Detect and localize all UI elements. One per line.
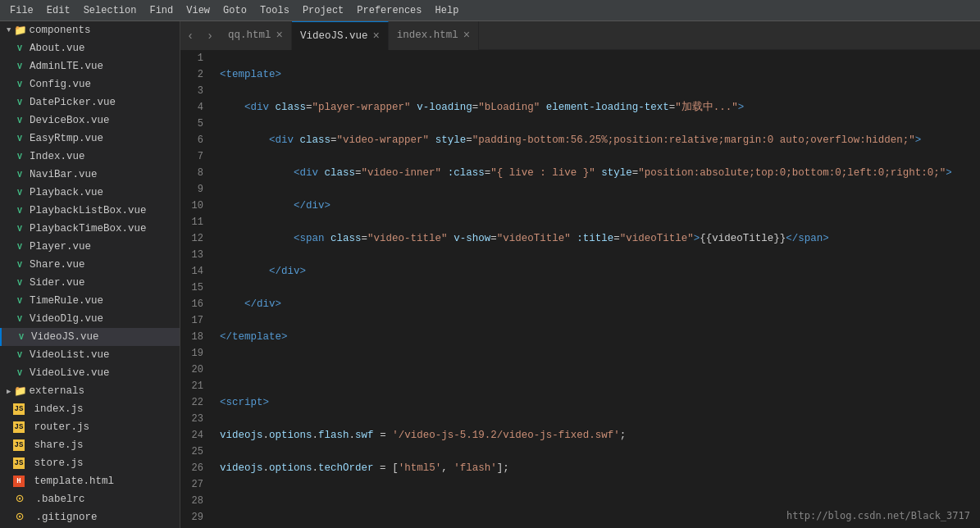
vue-file-icon: V — [13, 78, 26, 91]
tab-label: VideoJS.vue — [300, 30, 368, 42]
menu-goto[interactable]: Goto — [217, 0, 253, 20]
sidebar-item-template-html[interactable]: H template.html — [0, 472, 180, 490]
tab-qq-html[interactable]: qq.html × — [220, 21, 292, 50]
menu-bar: File Edit Selection Find View Goto Tools… — [0, 0, 980, 21]
vue-file-icon: V — [13, 114, 26, 127]
tab-label: index.html — [397, 30, 458, 41]
js-file-icon: JS — [13, 421, 25, 433]
sidebar-item-adminlte-vue[interactable]: V AdminLTE.vue — [0, 57, 180, 75]
js-file-icon: JS — [13, 439, 25, 451]
menu-tools[interactable]: Tools — [253, 0, 296, 20]
sidebar-folder-externals[interactable]: ▶ 📁 externals — [0, 382, 180, 400]
dot-file-icon: ⊙ — [13, 511, 26, 524]
sidebar-item-config-vue[interactable]: V Config.vue — [0, 75, 180, 93]
sidebar-item-videolist-vue[interactable]: V VideoList.vue — [0, 346, 180, 364]
menu-find[interactable]: Find — [143, 0, 180, 20]
sidebar-item-playback-vue[interactable]: V Playback.vue — [0, 184, 180, 202]
sidebar-item-share-vue[interactable]: V Share.vue — [0, 256, 180, 274]
sidebar-item-about-vue[interactable]: V About.vue — [0, 39, 180, 57]
tab-prev-button[interactable]: ‹ — [180, 21, 200, 50]
sidebar-item-share-js[interactable]: JS share.js — [0, 436, 180, 454]
vue-file-icon: V — [13, 294, 26, 307]
vue-file-icon: V — [13, 96, 26, 109]
sidebar-item-index-js[interactable]: JS index.js — [0, 400, 180, 418]
tab-close-icon[interactable]: × — [276, 30, 283, 41]
sidebar-folder-label: components — [29, 25, 90, 36]
vue-file-icon: V — [13, 60, 26, 73]
sidebar-item-playbacktimebox-vue[interactable]: V PlaybackTimeBox.vue — [0, 220, 180, 238]
sidebar-item-gitignore[interactable]: ⊙ .gitignore — [0, 508, 180, 526]
sidebar-item-devicebox-vue[interactable]: V DeviceBox.vue — [0, 112, 180, 130]
tab-label: qq.html — [228, 30, 271, 41]
folder-closed-icon: 📁 — [14, 385, 27, 398]
sidebar: ▼ 📁 components V About.vue V AdminLTE.vu… — [0, 21, 180, 528]
sidebar-item-videojs-vue[interactable]: V VideoJS.vue — [0, 328, 180, 346]
menu-edit[interactable]: Edit — [40, 0, 77, 20]
tab-bar: ‹ › qq.html × VideoJS.vue × index.html × — [180, 21, 980, 50]
js-file-icon: JS — [13, 403, 25, 415]
vue-file-icon: V — [13, 258, 26, 271]
tab-next-button[interactable]: › — [200, 21, 220, 50]
folder-arrow-icon: ▼ — [7, 26, 11, 34]
vue-file-icon: V — [13, 132, 26, 145]
sidebar-item-babelrc[interactable]: ⊙ .babelrc — [0, 490, 180, 508]
code-content[interactable]: <template> <div class="player-wrapper" v… — [213, 50, 980, 528]
vue-file-icon: V — [13, 186, 26, 199]
menu-help[interactable]: Help — [429, 0, 466, 20]
sidebar-item-timerule-vue[interactable]: V TimeRule.vue — [0, 292, 180, 310]
sidebar-item-videodlg-vue[interactable]: V VideoDlg.vue — [0, 310, 180, 328]
editor-area: ‹ › qq.html × VideoJS.vue × index.html ×… — [180, 21, 980, 528]
js-file-icon: JS — [13, 457, 25, 469]
vue-file-icon: V — [13, 204, 26, 217]
sidebar-item-store-js[interactable]: JS store.js — [0, 454, 180, 472]
vue-file-icon: V — [13, 168, 26, 181]
main-layout: ▼ 📁 components V About.vue V AdminLTE.vu… — [0, 21, 980, 528]
vue-file-icon: V — [15, 330, 28, 344]
sidebar-item-easyrtmp-vue[interactable]: V EasyRtmp.vue — [0, 130, 180, 148]
tab-close-icon[interactable]: × — [463, 30, 470, 41]
menu-selection[interactable]: Selection — [77, 0, 144, 20]
sidebar-item-router-js[interactable]: JS router.js — [0, 418, 180, 436]
vue-file-icon: V — [13, 240, 26, 253]
code-editor: 1 2 3 4 5 6 7 8 9 10 11 12 13 14 15 16 1… — [180, 50, 980, 528]
vue-file-icon: V — [13, 348, 26, 362]
sidebar-item-navibar-vue[interactable]: V NaviBar.vue — [0, 166, 180, 184]
folder-arrow-icon: ▶ — [7, 387, 11, 396]
tab-index-html[interactable]: index.html × — [389, 21, 479, 50]
sidebar-folder-components[interactable]: ▼ 📁 components — [0, 21, 180, 39]
html-file-icon: H — [13, 476, 25, 487]
vue-file-icon: V — [13, 276, 26, 289]
vue-file-icon: V — [13, 366, 26, 380]
sidebar-item-player-vue[interactable]: V Player.vue — [0, 238, 180, 256]
sidebar-item-sider-vue[interactable]: V Sider.vue — [0, 274, 180, 292]
vue-file-icon: V — [13, 42, 26, 55]
sidebar-folder-externals-label: externals — [29, 385, 84, 397]
vue-file-icon: V — [13, 312, 26, 325]
folder-icon: 📁 — [14, 24, 27, 37]
sidebar-item-datepicker-vue[interactable]: V DatePicker.vue — [0, 93, 180, 112]
sidebar-item-index-vue[interactable]: V Index.vue — [0, 148, 180, 166]
menu-project[interactable]: Project — [296, 0, 350, 20]
menu-preferences[interactable]: Preferences — [350, 0, 428, 20]
dot-file-icon: ⊙ — [13, 493, 26, 506]
sidebar-item-videolive-vue[interactable]: V VideoLive.vue — [0, 364, 180, 382]
vue-file-icon: V — [13, 150, 26, 163]
line-numbers: 1 2 3 4 5 6 7 8 9 10 11 12 13 14 15 16 1… — [180, 50, 213, 528]
vue-file-icon: V — [13, 222, 26, 235]
tab-videojs-vue[interactable]: VideoJS.vue × — [292, 21, 389, 50]
menu-view[interactable]: View — [180, 0, 217, 20]
sidebar-item-playbacklistbox-vue[interactable]: V PlaybackListBox.vue — [0, 202, 180, 220]
menu-file[interactable]: File — [3, 0, 40, 20]
tab-close-icon[interactable]: × — [372, 30, 379, 42]
